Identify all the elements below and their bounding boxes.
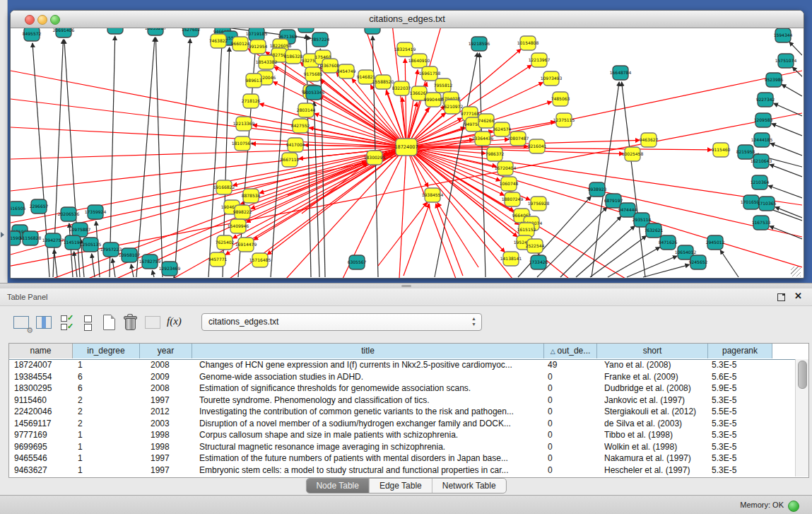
scrollbar-thumb[interactable] [798, 361, 807, 389]
control-panel-collapsed-strip[interactable] [0, 0, 8, 283]
network-view-window[interactable]: citations_edges.txt 84955722069140623037… [10, 10, 804, 279]
table-row[interactable]: 1938455462009Genome-wide association stu… [9, 371, 794, 383]
graph-edge[interactable] [175, 39, 190, 277]
document-glyph [103, 315, 115, 330]
graph-edge[interactable] [720, 250, 739, 277]
new-table-icon[interactable] [99, 313, 119, 332]
graph-edge[interactable] [770, 226, 802, 239]
graph-edge[interactable] [314, 102, 319, 277]
graph-edge[interactable] [608, 247, 660, 277]
table-selector-dropdown[interactable]: citations_edges.txt ▲▼ [201, 313, 482, 331]
close-window-button[interactable] [25, 15, 35, 25]
graph-node-label: 20206536 [58, 211, 80, 216]
graph-node-label: 12213967 [529, 57, 551, 62]
network-canvas[interactable]: 8495572206914062303719810653267152760294… [11, 28, 802, 278]
graph-node-label: 1167533 [752, 220, 771, 225]
graph-node-label: 19384554 [422, 192, 444, 197]
float-panel-icon[interactable] [777, 293, 785, 301]
table-row[interactable]: 1456911722003Disruption of a novel membe… [9, 418, 794, 430]
graph-edge[interactable] [436, 204, 463, 276]
graph-edge[interactable] [406, 70, 418, 147]
show-rows-icon[interactable] [78, 313, 98, 332]
graph-node-label: 16914479 [235, 242, 257, 247]
graph-edge[interactable] [782, 84, 802, 96]
maximize-window-button[interactable] [50, 15, 60, 25]
graph-edge[interactable] [576, 226, 635, 277]
graph-node-label: 9990448 [424, 97, 443, 102]
graph-edge[interactable] [110, 36, 115, 277]
cell-out-de-: 49 [548, 359, 596, 371]
table-row[interactable]: 1830029562008Estimation of significance … [9, 382, 794, 395]
close-panel-icon[interactable]: ✕ [794, 291, 802, 301]
column-header-out-de-[interactable]: △out_de... [544, 344, 597, 358]
graph-node-label: 9115460 [712, 147, 731, 152]
graph-node[interactable] [107, 28, 123, 34]
graph-edge[interactable] [406, 147, 802, 267]
graph-edge[interactable] [592, 82, 619, 277]
window-resize-grip[interactable] [791, 267, 801, 276]
graph-edge[interactable] [302, 163, 367, 214]
graph-edge[interactable] [437, 203, 478, 267]
table-row[interactable]: 911546021997Tourette syndrome. Phenomeno… [9, 395, 794, 407]
cell-year: 1997 [151, 452, 191, 465]
graph-edge[interactable] [560, 216, 621, 277]
cell-pagerank: 5.9E-5 [712, 382, 771, 395]
table-row[interactable]: 969969511998Structural magnetic resonanc… [9, 441, 794, 453]
import-table-icon-disabled [143, 313, 163, 332]
graph-edge[interactable] [319, 97, 406, 147]
graph-edge[interactable] [789, 42, 802, 55]
graph-edge[interactable] [259, 147, 406, 193]
table-row[interactable]: 2242004622012Investigating the contribut… [9, 406, 794, 418]
table-vertical-scrollbar[interactable] [795, 359, 808, 477]
column-header-name[interactable]: name [9, 344, 73, 358]
graph-edge[interactable] [11, 147, 406, 159]
graph-node[interactable] [365, 28, 380, 34]
graph-edge[interactable] [772, 124, 802, 136]
graph-edge[interactable] [627, 256, 677, 277]
table-row[interactable]: 946554611997Estimation of the future num… [9, 452, 794, 465]
graph-edge[interactable] [643, 264, 689, 277]
expand-panel-arrow-icon[interactable] [1, 232, 4, 238]
graph-edge[interactable] [622, 82, 645, 277]
graph-edge[interactable] [774, 103, 802, 116]
graph-edge[interactable] [399, 147, 406, 278]
tab-node-table[interactable]: Node Table [306, 479, 370, 493]
table-row[interactable]: 946362711997Embryonic stem cells: a mode… [9, 465, 794, 477]
graph-edge[interactable] [54, 250, 57, 277]
column-header-pagerank[interactable]: pagerank [708, 344, 772, 358]
graph-edge[interactable] [770, 165, 802, 177]
graph-edge[interactable] [152, 271, 154, 277]
column-header-year[interactable]: year [140, 344, 192, 358]
delete-table-icon[interactable] [120, 313, 140, 332]
minimize-window-button[interactable] [37, 15, 47, 25]
cell-pagerank: 5.3E-5 [712, 429, 771, 441]
graph-node[interactable] [298, 28, 314, 33]
tab-network-table[interactable]: Network Table [433, 479, 506, 493]
network-window-titlebar[interactable]: citations_edges.txt [11, 11, 804, 28]
table-settings-icon[interactable]: ⚙ [11, 313, 31, 332]
select-columns-icon[interactable]: ✓ ✓ [58, 313, 78, 332]
citation-graph[interactable]: 8495572206914062303719810653267152760294… [11, 28, 802, 278]
splitter-handle[interactable] [401, 285, 411, 287]
show-columns-icon[interactable] [34, 313, 54, 332]
column-header-in-degree[interactable]: in_degree [73, 344, 140, 358]
graph-node-label: 2803144 [297, 107, 316, 112]
graph-edge[interactable] [770, 144, 802, 156]
graph-node-label: 10719185 [246, 31, 268, 36]
tab-edge-table[interactable]: Edge Table [370, 479, 433, 493]
graph-edge[interactable] [406, 147, 505, 252]
graph-edge[interactable] [136, 37, 155, 277]
cell-title: Structural magnetic resonance image aver… [199, 441, 543, 453]
graph-edge[interactable] [92, 254, 95, 277]
function-builder-icon[interactable]: f(x) [165, 313, 185, 332]
graph-edge[interactable] [404, 204, 430, 276]
column-header-short[interactable]: short [597, 344, 708, 358]
cell-title: Changes of HCN gene expression and I(f) … [199, 359, 543, 371]
graph-edge[interactable] [155, 37, 163, 277]
table-row[interactable]: 977716911998Corpus callosum shape and si… [9, 429, 794, 441]
graph-edge[interactable] [768, 185, 802, 198]
column-header-title[interactable]: title [192, 344, 544, 358]
table-row[interactable]: 1872400712008Changes of HCN gene express… [9, 359, 794, 371]
cell-title: Investigating the contribution of common… [199, 406, 543, 418]
graph-edge[interactable] [74, 252, 77, 277]
